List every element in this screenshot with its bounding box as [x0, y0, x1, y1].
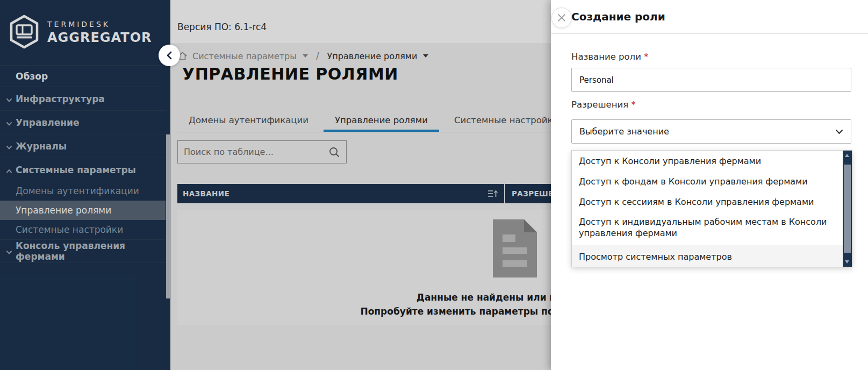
dropdown-option-sessions-access[interactable]: Доступ к сессииям в Консоли управления ф…: [572, 191, 852, 212]
software-version-label: Версия ПО: 6.1-rc4: [177, 22, 267, 32]
logo-line1: TERMIDESK: [47, 20, 152, 29]
sidebar-scrollbar[interactable]: [166, 65, 170, 370]
tab-auth-domains[interactable]: Домены аутентификации: [177, 110, 320, 132]
required-asterisk: *: [644, 52, 648, 62]
sidebar-item-farm-console[interactable]: Консоль управления фермами: [0, 239, 166, 263]
sidebar-subitem-auth-domains[interactable]: Домены аутентификации: [0, 181, 166, 201]
sidebar-item-system-parameters[interactable]: Системные параметры: [0, 158, 166, 181]
chevron-down-icon: [835, 129, 843, 134]
required-asterisk: *: [631, 99, 635, 110]
sidebar-item-label: Обзор: [16, 71, 48, 82]
dropdown-option-console-access[interactable]: Доступ к Консоли управления фермами: [572, 151, 852, 171]
sidebar-subitem-label: Системные настройки: [16, 224, 123, 235]
search-input[interactable]: [178, 147, 328, 157]
close-icon: [557, 13, 566, 23]
sidebar-item-label: Инфраструктура: [16, 94, 105, 104]
logo-line2: AGGREGATOR: [47, 30, 152, 45]
select-placeholder: Выберите значение: [579, 126, 669, 137]
sidebar-item-journals[interactable]: Журналы: [0, 134, 166, 158]
sort-icon[interactable]: [487, 189, 499, 198]
chevron-down-icon: [5, 247, 13, 255]
chevron-up-icon: [5, 166, 13, 174]
page-title: УПРАВЛЕНИЕ РОЛЯМИ: [182, 65, 398, 83]
chevron-down-icon: [5, 119, 13, 126]
dropdown-scrollbar[interactable]: [843, 151, 852, 267]
sidebar-subitem-label: Управление ролями: [16, 205, 111, 216]
sidebar-item-overview[interactable]: Обзор: [0, 65, 166, 87]
sidebar-item-label: Системные параметры: [16, 165, 136, 175]
chevron-left-icon: [166, 51, 173, 60]
dropdown-option-view-system-parameters[interactable]: Просмотр системных параметров: [572, 245, 852, 267]
close-drawer-button[interactable]: [551, 8, 572, 28]
drawer-divider: [551, 33, 868, 34]
role-name-input[interactable]: [571, 68, 851, 92]
scroll-down-arrow-icon[interactable]: [845, 260, 849, 264]
breadcrumb: Системные параметры / Управление ролями: [177, 51, 428, 61]
sidebar: TERMIDESK AGGREGATOR Обзор Инфраструктур…: [0, 0, 170, 370]
scroll-up-arrow-icon[interactable]: [845, 154, 849, 157]
caret-down-icon[interactable]: [423, 54, 428, 58]
permissions-label: Разрешения*: [571, 99, 635, 110]
sidebar-subitem-label: Домены аутентификации: [16, 186, 139, 196]
breadcrumb-item-system-parameters[interactable]: Системные параметры: [192, 51, 297, 61]
dropdown-scrollbar-thumb[interactable]: [844, 165, 851, 253]
create-role-drawer: Создание роли Название роли* Разрешения*…: [551, 0, 868, 370]
permissions-dropdown: Доступ к Консоли управления фермами Дост…: [571, 150, 852, 267]
chevron-down-icon: [5, 95, 13, 103]
permissions-select[interactable]: Выберите значение: [571, 119, 851, 144]
sidebar-item-label: Управление: [16, 117, 79, 128]
app-window: Версия ПО: 6.1-rc4 TERMIDESK AGGREGATOR …: [0, 0, 868, 370]
tab-role-management[interactable]: Управление ролями: [324, 110, 439, 132]
dropdown-option-pools-access[interactable]: Доступ к фондам в Консоли управления фер…: [572, 171, 852, 191]
column-header-name[interactable]: НАЗВАНИЕ: [177, 184, 504, 203]
app-logo[interactable]: TERMIDESK AGGREGATOR: [0, 0, 170, 56]
chevron-down-icon: [5, 143, 13, 150]
search-icon[interactable]: [328, 146, 340, 158]
caret-down-icon[interactable]: [303, 54, 308, 58]
sidebar-subitem-role-management[interactable]: Управление ролями: [0, 201, 166, 220]
sidebar-scrollbar-thumb[interactable]: [166, 134, 170, 298]
role-name-label: Название роли*: [571, 52, 648, 62]
document-icon: [485, 216, 544, 283]
breadcrumb-item-role-management[interactable]: Управление ролями: [327, 51, 418, 61]
termidesk-hexagon-icon: [9, 15, 40, 51]
sidebar-item-management[interactable]: Управление: [0, 110, 166, 134]
table-search: [177, 140, 347, 163]
sidebar-subitem-system-settings[interactable]: Системные настройки: [0, 220, 166, 239]
sidebar-item-infrastructure[interactable]: Инфраструктура: [0, 87, 166, 110]
sidebar-collapse-button[interactable]: [159, 45, 180, 66]
drawer-title: Создание роли: [571, 10, 665, 23]
dropdown-option-workplaces-access[interactable]: Доступ к индивидуальным рабочим местам в…: [572, 212, 852, 245]
sidebar-item-label: Журналы: [16, 141, 67, 152]
sidebar-item-label: Консоль управления фермами: [16, 240, 166, 262]
sidebar-nav: Обзор Инфраструктура Управление Журналы: [0, 65, 166, 263]
breadcrumb-separator: /: [316, 51, 319, 61]
